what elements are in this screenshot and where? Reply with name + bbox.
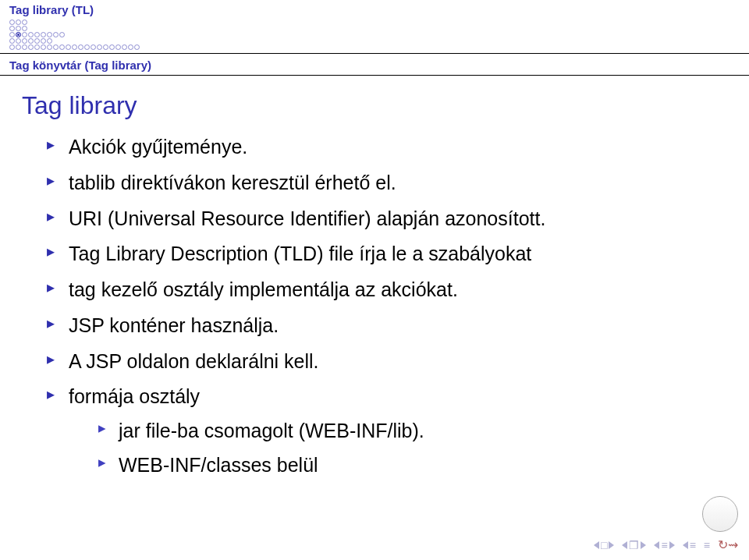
progress-dot[interactable] (16, 38, 21, 44)
progress-dot[interactable] (47, 32, 52, 37)
progress-dot[interactable] (22, 32, 27, 37)
progress-dot[interactable] (53, 32, 59, 37)
nav-eq-icon[interactable]: ≡ (704, 539, 710, 551)
list-item: JSP konténer használja. (47, 313, 721, 339)
nav-frame-back[interactable]: □ (594, 539, 614, 551)
list-item: tablib direktívákon keresztül érhető el. (47, 170, 721, 197)
subsection-title: Tag könyvtár (Tag library) (0, 55, 749, 73)
bullet-list: Akciók gyűjteménye. tablib direktívákon … (0, 134, 749, 479)
progress-dot[interactable] (97, 44, 102, 50)
nav-footer: □ ❐ ≡ ≡ ≡ ↻⇝ (594, 537, 738, 552)
progress-dot[interactable] (9, 44, 15, 50)
list-item: Tag Library Description (TLD) file írja … (47, 241, 721, 268)
progress-dot[interactable] (16, 26, 21, 31)
progress-dot[interactable] (115, 44, 121, 50)
progress-dot[interactable] (28, 44, 34, 50)
progress-dot[interactable] (34, 44, 40, 50)
sub-bullet-list: jar file-ba csomagolt (WEB-INF/lib). WEB… (69, 418, 721, 479)
progress-dot[interactable] (41, 38, 46, 44)
progress-dot[interactable] (53, 44, 59, 50)
progress-dot[interactable] (9, 19, 15, 25)
progress-dot[interactable] (59, 44, 65, 50)
progress-dot[interactable] (16, 44, 21, 50)
nav-subsection[interactable]: ❐ (622, 539, 646, 551)
progress-dot[interactable] (134, 44, 140, 50)
progress-dot[interactable] (34, 38, 40, 44)
section-title: Tag library (TL) (9, 3, 740, 16)
institution-logo (702, 496, 738, 532)
progress-dot[interactable] (28, 38, 34, 44)
progress-dot[interactable] (41, 32, 46, 37)
progress-dot[interactable] (9, 32, 15, 37)
progress-dot[interactable] (28, 32, 34, 37)
progress-dot[interactable] (59, 32, 65, 37)
progress-dot[interactable] (22, 38, 27, 44)
progress-dots (9, 19, 740, 50)
list-item-label: formája osztály (69, 385, 200, 407)
nav-slide[interactable]: ≡ (654, 539, 674, 551)
progress-dot[interactable] (47, 38, 52, 44)
list-item: URI (Universal Resource Identifier) alap… (47, 206, 721, 232)
list-item: tag kezelő osztály implementálja az akci… (47, 277, 721, 303)
divider-top (0, 53, 749, 54)
progress-dot[interactable] (78, 44, 83, 50)
list-item: jar file-ba csomagolt (WEB-INF/lib). (98, 418, 721, 445)
slide-header: Tag library (TL) (0, 0, 749, 50)
progress-dot[interactable] (41, 44, 46, 50)
progress-dot[interactable] (84, 44, 90, 50)
list-item: formája osztály jar file-ba csomagolt (W… (47, 384, 721, 478)
progress-dot[interactable] (122, 44, 127, 50)
progress-dot[interactable] (72, 44, 77, 50)
progress-dot[interactable] (22, 19, 27, 25)
progress-dot[interactable] (22, 44, 27, 50)
nav-slide-2[interactable]: ≡ (683, 539, 696, 551)
progress-dot[interactable] (128, 44, 133, 50)
progress-dot[interactable] (47, 44, 52, 50)
progress-dot[interactable] (9, 26, 15, 31)
list-item: Akciók gyűjteménye. (47, 134, 721, 161)
list-item: A JSP oldalon deklarálni kell. (47, 349, 721, 375)
progress-dot[interactable] (66, 44, 71, 50)
nav-loop-icon[interactable]: ↻⇝ (718, 537, 738, 552)
progress-dot[interactable] (34, 32, 40, 37)
progress-dot[interactable] (16, 19, 21, 25)
progress-dot[interactable] (16, 32, 21, 37)
progress-dot[interactable] (9, 38, 15, 44)
progress-dot[interactable] (91, 44, 96, 50)
list-item: WEB-INF/classes belül (98, 452, 721, 479)
progress-dot[interactable] (103, 44, 108, 50)
frame-title: Tag library (0, 76, 749, 134)
progress-dot[interactable] (22, 26, 27, 31)
progress-dot[interactable] (109, 44, 115, 50)
